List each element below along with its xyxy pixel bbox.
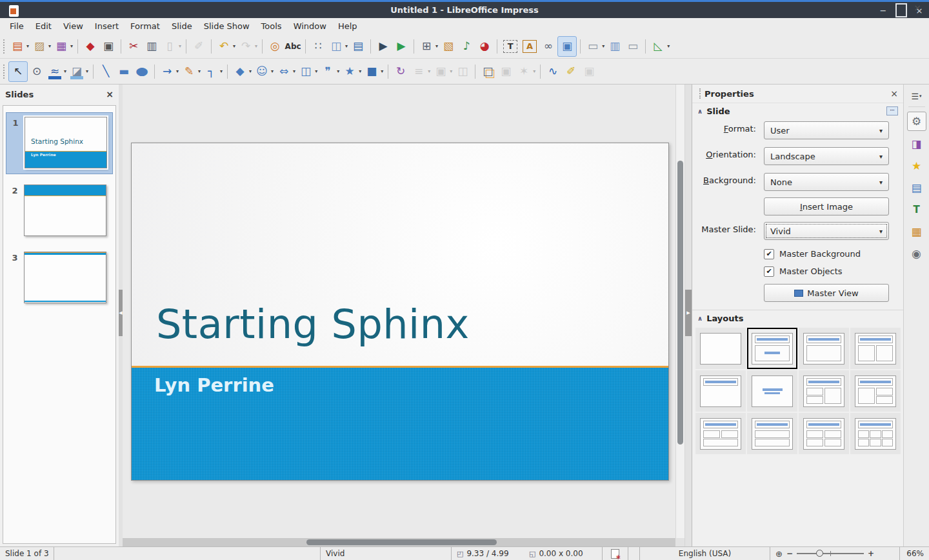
curves-polygons-button[interactable]: ✎ ▾ <box>180 62 202 81</box>
dropdown-arrow-icon[interactable]: ▾ <box>176 68 179 74</box>
new-document-button[interactable]: ▤ ▾ <box>8 37 30 56</box>
transformations-button[interactable]: ✶ ▾ <box>515 62 537 81</box>
layout-2content-content[interactable] <box>799 370 849 412</box>
minimize-button[interactable]: − <box>877 5 889 16</box>
insert-chart-button[interactable]: ◕ <box>475 37 494 56</box>
dropdown-arrow-icon[interactable]: ▾ <box>315 68 317 74</box>
ellipse-button[interactable]: ● <box>133 62 151 81</box>
layout-title-content[interactable] <box>799 328 849 369</box>
shadow-button[interactable]: □ <box>479 62 497 81</box>
zoom-out-button[interactable]: − <box>786 549 793 558</box>
menu-window[interactable]: Window <box>288 19 332 33</box>
dropdown-arrow-icon[interactable]: ▾ <box>220 68 223 74</box>
callout-shapes-button[interactable]: ❞ ▾ <box>319 62 341 81</box>
animation-tab[interactable]: ★ <box>908 157 926 175</box>
dropdown-arrow-icon[interactable]: ▾ <box>271 68 274 74</box>
horizontal-scrollbar[interactable] <box>123 538 675 546</box>
dropdown-arrow-icon[interactable]: ▾ <box>450 68 452 74</box>
layout-centered-text[interactable] <box>747 370 797 412</box>
slide-thumbnail-1[interactable]: 1 Starting Sphinx Lyn Perrine <box>6 112 113 174</box>
insert-image-button[interactable]: Insert Image <box>764 197 889 215</box>
toolbar-drag-handle[interactable] <box>3 65 5 79</box>
dropdown-arrow-icon[interactable]: ▾ <box>533 68 535 74</box>
menu-help[interactable]: Help <box>332 19 363 33</box>
undo-button[interactable]: ↶ ▾ <box>215 37 237 56</box>
navigator-tab[interactable]: ◉ <box>908 245 926 263</box>
fill-color-button[interactable]: ◪ ▾ <box>68 62 90 81</box>
slide-thumbnail-2[interactable]: 2 <box>6 181 113 241</box>
layout-title-only[interactable] <box>695 370 746 412</box>
gallery-tab[interactable]: ▦ <box>908 223 926 241</box>
toolbar-drag-handle[interactable] <box>3 39 5 54</box>
find-replace-button[interactable]: ◎ <box>266 37 284 56</box>
menu-slide-show[interactable]: Slide Show <box>198 19 255 33</box>
master-view-button[interactable]: Master View <box>764 284 889 302</box>
background-select[interactable]: None ▾ <box>764 173 889 191</box>
insert-media-button[interactable]: ♪ <box>457 37 475 56</box>
dropdown-arrow-icon[interactable]: ▾ <box>293 68 295 74</box>
redo-button[interactable]: ↷ ▾ <box>237 37 259 56</box>
unsaved-changes-cell[interactable] <box>603 547 628 560</box>
align-objects-button[interactable]: ≡ ▾ <box>410 62 432 81</box>
basic-shapes-button[interactable]: ◆ ▾ <box>231 62 253 81</box>
lines-and-arrows-button[interactable]: → ▾ <box>158 62 180 81</box>
dropdown-arrow-icon[interactable]: ▾ <box>26 43 29 49</box>
master-slides-tab[interactable]: ▤ <box>908 179 926 197</box>
menu-insert[interactable]: Insert <box>89 19 125 33</box>
format-select[interactable]: User ▾ <box>764 121 889 139</box>
sidebar-settings-button[interactable]: ☰▾ <box>908 90 925 103</box>
insert-hyperlink-button[interactable]: ∞ <box>539 37 557 56</box>
master-slide-button[interactable]: ▤ <box>349 37 367 56</box>
zoom-level-status[interactable]: 66% <box>899 547 929 560</box>
delete-slide-button[interactable]: ▭ <box>624 37 642 56</box>
sidebar-drag-handle[interactable] <box>699 88 701 99</box>
display-grid-button[interactable]: ∷ <box>309 37 327 56</box>
dropdown-arrow-icon[interactable]: ▾ <box>198 68 201 74</box>
slide-transition-tab[interactable]: ◨ <box>908 135 926 153</box>
block-arrows-button[interactable]: ⇔ ▾ <box>275 62 297 81</box>
language-status[interactable]: English (USA) <box>640 547 770 560</box>
save-button[interactable]: ▦ ▾ <box>52 37 74 56</box>
distribute-selection-button[interactable]: ◫ <box>454 62 472 81</box>
layout-4content[interactable] <box>799 413 849 454</box>
styles-tab[interactable]: T <box>908 201 926 219</box>
layout-blank[interactable] <box>695 328 746 369</box>
layout-title-content-centered[interactable] <box>747 328 797 369</box>
duplicate-slide-button[interactable]: ▥ <box>606 37 624 56</box>
orientation-select[interactable]: Landscape ▾ <box>764 147 889 165</box>
slide-more-options-icon[interactable]: ⋯ <box>886 106 898 115</box>
menu-view[interactable]: View <box>57 19 89 33</box>
star-shapes-button[interactable]: ★ ▾ <box>341 62 363 81</box>
dropdown-arrow-icon[interactable]: ▾ <box>602 43 604 49</box>
select-button[interactable]: ↖ <box>8 61 28 82</box>
show-draw-functions-button[interactable]: ▣ <box>557 36 577 57</box>
layout-content-over-content[interactable] <box>747 413 797 454</box>
export-pdf-button[interactable]: ◆ <box>81 37 99 56</box>
slide-subtitle-textframe[interactable]: Lyn Perrine <box>154 374 274 396</box>
dropdown-arrow-icon[interactable]: ▾ <box>428 68 430 74</box>
vertical-scrollbar-thumb[interactable] <box>677 161 683 445</box>
dropdown-arrow-icon[interactable]: ▾ <box>435 43 438 49</box>
collapse-right-icon[interactable]: ▶ <box>685 290 692 336</box>
slide-properties-button[interactable]: ◺ ▾ <box>649 37 671 56</box>
clone-formatting-button[interactable]: ✐ <box>190 37 208 56</box>
restore-button[interactable] <box>895 5 907 16</box>
layout-content-2content[interactable] <box>850 370 901 412</box>
master-slide-select[interactable]: Vivid ▾ <box>764 222 889 240</box>
connectors-button[interactable]: ┐ ▾ <box>202 62 224 81</box>
insert-text-box-button[interactable]: T <box>501 37 520 56</box>
slide-title-textframe[interactable]: Starting Sphinx <box>156 301 470 348</box>
start-from-first-slide-button[interactable]: ▶ <box>374 37 392 56</box>
start-from-current-slide-button[interactable]: ▶ <box>392 37 410 56</box>
master-objects-checkbox[interactable]: ✔ Master Objects <box>692 263 903 280</box>
zoom-pan-button[interactable]: ⊙ <box>28 62 46 81</box>
paste-button[interactable]: ▯ ▾ <box>161 37 183 56</box>
dropdown-arrow-icon[interactable]: ▾ <box>337 68 339 74</box>
dropdown-arrow-icon[interactable]: ▾ <box>359 68 361 74</box>
menu-edit[interactable]: Edit <box>30 19 57 33</box>
slide-thumbnail-3[interactable]: 3 <box>6 248 113 308</box>
symbol-shapes-button[interactable]: ☺ ▾ <box>253 62 275 81</box>
spelling-button[interactable]: Abc <box>284 37 302 56</box>
dropdown-arrow-icon[interactable]: ▾ <box>667 43 670 49</box>
rectangle-button[interactable]: ▬ <box>115 62 133 81</box>
